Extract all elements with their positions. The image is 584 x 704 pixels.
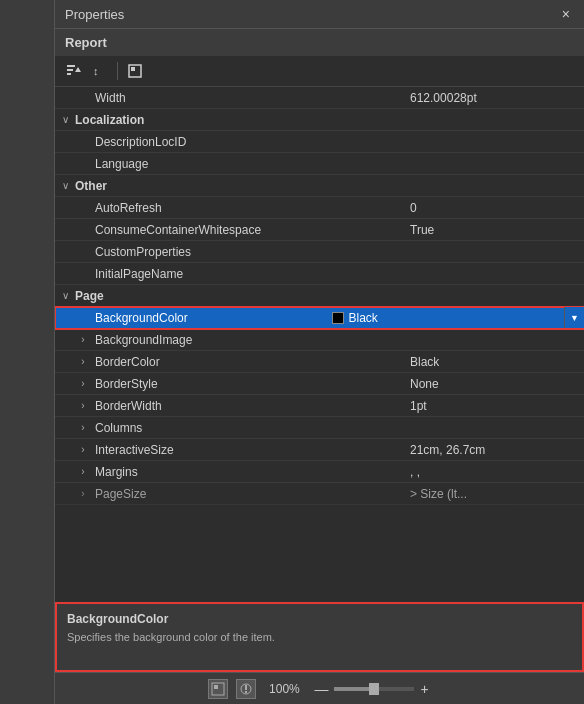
width-label: Width xyxy=(91,91,404,105)
border-color-row[interactable]: › BorderColor Black xyxy=(55,351,584,373)
localization-expander[interactable]: ∨ xyxy=(55,114,75,125)
other-label: Other xyxy=(75,179,107,193)
sort-categorized-button[interactable] xyxy=(63,60,85,82)
svg-rect-0 xyxy=(67,65,75,67)
border-color-label: BorderColor xyxy=(91,355,404,369)
property-pages-button[interactable] xyxy=(124,60,146,82)
border-style-expander[interactable]: › xyxy=(75,378,91,389)
sort-alpha-button[interactable]: ↕ xyxy=(89,60,111,82)
border-width-row[interactable]: › BorderWidth 1pt xyxy=(55,395,584,417)
consume-container-whitespace-row[interactable]: ConsumeContainerWhitespace True xyxy=(55,219,584,241)
page-size-row[interactable]: › PageSize > Size (lt... xyxy=(55,483,584,505)
svg-rect-1 xyxy=(67,69,73,71)
status-icon-2-svg xyxy=(239,682,253,696)
sort-alpha-icon: ↕ xyxy=(92,63,108,79)
status-bar: 100% — + xyxy=(55,672,584,704)
interactive-size-label: InteractiveSize xyxy=(91,443,404,457)
section-header: Report xyxy=(55,29,584,56)
description-loc-id-row[interactable]: DescriptionLocID xyxy=(55,131,584,153)
svg-rect-11 xyxy=(245,691,247,693)
page-size-expander[interactable]: › xyxy=(75,488,91,499)
interactive-size-row[interactable]: › InteractiveSize 21cm, 26.7cm xyxy=(55,439,584,461)
close-button[interactable]: × xyxy=(558,6,574,22)
dropdown-arrow-button[interactable]: ▼ xyxy=(564,307,584,328)
border-style-row[interactable]: › BorderStyle None xyxy=(55,373,584,395)
other-category[interactable]: ∨ Other xyxy=(55,175,584,197)
page-expander[interactable]: ∨ xyxy=(55,290,75,301)
background-image-expander[interactable]: › xyxy=(75,334,91,345)
toolbar-separator xyxy=(117,62,118,80)
page-size-value: > Size (lt... xyxy=(404,487,584,501)
zoom-minus-button[interactable]: — xyxy=(312,681,330,697)
columns-label: Columns xyxy=(91,421,404,435)
panel-title: Properties xyxy=(65,7,124,22)
width-property-row[interactable]: Width 612.00028pt xyxy=(55,87,584,109)
custom-properties-row[interactable]: CustomProperties xyxy=(55,241,584,263)
zoom-slider[interactable] xyxy=(334,687,414,691)
border-color-value: Black xyxy=(404,355,584,369)
other-expander[interactable]: ∨ xyxy=(55,180,75,191)
svg-text:↕: ↕ xyxy=(93,65,99,77)
svg-rect-8 xyxy=(214,685,218,689)
toolbar: ↕ xyxy=(55,56,584,87)
margins-label: Margins xyxy=(91,465,404,479)
status-icon-1[interactable] xyxy=(208,679,228,699)
zoom-percent: 100% xyxy=(264,682,304,696)
dropdown-arrow-icon: ▼ xyxy=(570,313,579,323)
background-image-label: BackgroundImage xyxy=(91,333,404,347)
status-icon-1-svg xyxy=(211,682,225,696)
zoom-plus-button[interactable]: + xyxy=(418,681,430,697)
background-color-row[interactable]: BackgroundColor Black ▼ xyxy=(55,307,584,329)
initial-page-name-row[interactable]: InitialPageName xyxy=(55,263,584,285)
section-title: Report xyxy=(65,35,107,50)
zoom-slider-container: — + xyxy=(312,681,430,697)
border-width-expander[interactable]: › xyxy=(75,400,91,411)
width-value: 612.00028pt xyxy=(404,91,584,105)
background-image-row[interactable]: › BackgroundImage xyxy=(55,329,584,351)
page-category[interactable]: ∨ Page xyxy=(55,285,584,307)
background-color-value: Black xyxy=(326,311,585,325)
margins-row[interactable]: › Margins , , xyxy=(55,461,584,483)
property-pages-icon xyxy=(127,63,143,79)
columns-row[interactable]: › Columns xyxy=(55,417,584,439)
svg-rect-6 xyxy=(131,67,135,71)
border-style-value: None xyxy=(404,377,584,391)
description-property-text: Specifies the background color of the it… xyxy=(67,630,572,645)
svg-rect-2 xyxy=(67,73,71,75)
initial-page-name-label: InitialPageName xyxy=(91,267,404,281)
page-label: Page xyxy=(75,289,104,303)
custom-properties-label: CustomProperties xyxy=(91,245,404,259)
status-icon-2[interactable] xyxy=(236,679,256,699)
description-loc-id-label: DescriptionLocID xyxy=(91,135,404,149)
page-size-label: PageSize xyxy=(91,487,404,501)
auto-refresh-value: 0 xyxy=(404,201,584,215)
border-width-value: 1pt xyxy=(404,399,584,413)
sort-categorized-icon xyxy=(66,63,82,79)
columns-expander[interactable]: › xyxy=(75,422,91,433)
zoom-slider-fill xyxy=(334,687,374,691)
background-color-swatch xyxy=(332,312,344,324)
consume-container-label: ConsumeContainerWhitespace xyxy=(91,223,404,237)
description-property-name: BackgroundColor xyxy=(67,612,572,626)
consume-container-value: True xyxy=(404,223,584,237)
properties-list: Width 612.00028pt ∨ Localization Descrip… xyxy=(55,87,584,602)
svg-rect-10 xyxy=(245,685,247,690)
localization-category[interactable]: ∨ Localization xyxy=(55,109,584,131)
margins-expander[interactable]: › xyxy=(75,466,91,477)
auto-refresh-label: AutoRefresh xyxy=(91,201,404,215)
description-panel: BackgroundColor Specifies the background… xyxy=(55,602,584,672)
language-row[interactable]: Language xyxy=(55,153,584,175)
interactive-size-expander[interactable]: › xyxy=(75,444,91,455)
language-label: Language xyxy=(91,157,404,171)
border-color-expander[interactable]: › xyxy=(75,356,91,367)
properties-panel: Properties × Report ↕ xyxy=(55,0,584,704)
title-bar: Properties × xyxy=(55,0,584,29)
border-width-label: BorderWidth xyxy=(91,399,404,413)
ruler-left xyxy=(0,0,55,704)
border-style-label: BorderStyle xyxy=(91,377,404,391)
auto-refresh-row[interactable]: AutoRefresh 0 xyxy=(55,197,584,219)
interactive-size-value: 21cm, 26.7cm xyxy=(404,443,584,457)
margins-value: , , xyxy=(404,465,584,479)
localization-label: Localization xyxy=(75,113,144,127)
zoom-slider-thumb xyxy=(369,683,379,695)
